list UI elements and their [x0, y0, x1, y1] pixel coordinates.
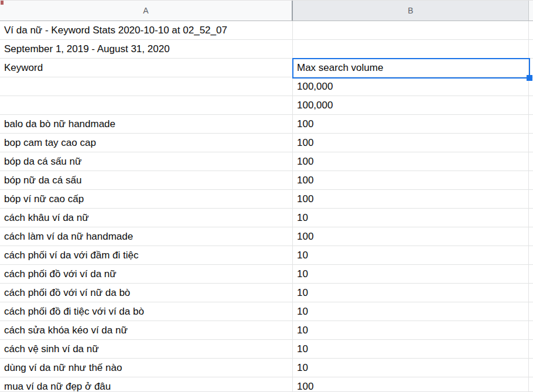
volume-cell[interactable]: 100 [293, 152, 529, 171]
keyword-cell[interactable]: dùng ví da nữ như thế nào [0, 359, 293, 377]
keyword-cell[interactable]: cách phối đồ với ví da nữ [0, 265, 293, 284]
table-row: 100,000 [0, 96, 533, 115]
volume-cell[interactable]: 10 [293, 359, 529, 377]
table-row: cách phối đồ đi tiệc với ví da bò10 [0, 302, 533, 321]
cell[interactable] [529, 284, 533, 302]
table-row: KeywordMax search volume [0, 59, 533, 77]
table-row: 100,000 [0, 77, 533, 96]
keyword-cell[interactable] [0, 77, 293, 96]
volume-cell[interactable]: 100,000 [293, 77, 529, 96]
cell[interactable] [529, 377, 533, 392]
cell[interactable] [529, 246, 533, 265]
keyword-cell[interactable]: balo da bò nữ handmade [0, 115, 293, 134]
keyword-cell[interactable]: mua ví da nữ đẹp ở đâu [0, 377, 293, 392]
cell[interactable] [529, 340, 533, 359]
table-row: cách sửa khóa kéo ví da nữ10 [0, 321, 533, 340]
volume-cell[interactable]: 10 [293, 209, 529, 227]
volume-cell[interactable] [293, 21, 529, 40]
table-row: dùng ví da nữ như thế nào10 [0, 359, 533, 377]
table-row: balo da bò nữ handmade100 [0, 115, 533, 134]
column-header-a[interactable]: A [0, 1, 293, 21]
table-row: September 1, 2019 - August 31, 2020 [0, 40, 533, 59]
table-row: bóp nữ da cá sấu100 [0, 171, 533, 190]
volume-cell[interactable]: 100 [293, 227, 529, 246]
table-row: cách khâu ví da nữ10 [0, 209, 533, 227]
volume-cell[interactable]: 10 [293, 321, 529, 340]
keyword-cell[interactable] [0, 96, 293, 115]
table-row: cách làm ví da nữ handmade100 [0, 227, 533, 246]
cell[interactable] [529, 190, 533, 209]
keyword-cell[interactable]: bop cam tay cao cap [0, 134, 293, 152]
column-header-b[interactable]: B [293, 1, 529, 21]
cell[interactable] [529, 40, 533, 59]
volume-cell[interactable]: 100 [293, 171, 529, 190]
fill-handle[interactable] [527, 75, 532, 81]
cell[interactable] [529, 171, 533, 190]
keyword-cell[interactable]: cách sửa khóa kéo ví da nữ [0, 321, 293, 340]
cell[interactable] [529, 209, 533, 227]
keyword-cell[interactable]: bóp nữ da cá sấu [0, 171, 293, 190]
keyword-cell[interactable]: cách làm ví da nữ handmade [0, 227, 293, 246]
cell[interactable] [529, 265, 533, 284]
table-row: cách phối đồ với ví nữ da bò10 [0, 284, 533, 302]
keyword-cell[interactable]: bóp da cá sấu nữ [0, 152, 293, 171]
table-row: bóp ví nữ cao cấp100 [0, 190, 533, 209]
keyword-cell[interactable]: cách phối đồ đi tiệc với ví da bò [0, 302, 293, 321]
cell[interactable] [529, 152, 533, 171]
cell[interactable] [529, 134, 533, 152]
volume-cell[interactable]: 10 [293, 265, 529, 284]
cell[interactable] [529, 321, 533, 340]
column-header-c-partial[interactable] [529, 1, 533, 21]
volume-cell selected-cell[interactable]: Max search volume [293, 59, 529, 77]
keyword-cell[interactable]: cách phối đồ với ví nữ da bò [0, 284, 293, 302]
keyword-cell[interactable]: Keyword [0, 59, 293, 77]
keyword-cell[interactable]: bóp ví nữ cao cấp [0, 190, 293, 209]
cell[interactable] [529, 96, 533, 115]
cell[interactable] [529, 21, 533, 40]
volume-cell[interactable]: 100 [293, 377, 529, 392]
table-row: cách phối ví da với đầm đi tiệc10 [0, 246, 533, 265]
volume-cell[interactable]: 10 [293, 302, 529, 321]
table-row: cách phối đồ với ví da nữ10 [0, 265, 533, 284]
keyword-cell[interactable]: cách vệ sinh ví da nữ [0, 340, 293, 359]
volume-cell[interactable]: 10 [293, 284, 529, 302]
column-header-row: A B [0, 0, 533, 21]
volume-cell[interactable] [293, 40, 529, 59]
red-corner-marker [1, 1, 4, 5]
cell[interactable] [529, 359, 533, 377]
table-row: mua ví da nữ đẹp ở đâu100 [0, 377, 533, 392]
keyword-cell[interactable]: September 1, 2019 - August 31, 2020 [0, 40, 293, 59]
table-row: cách vệ sinh ví da nữ10 [0, 340, 533, 359]
table-row: bop cam tay cao cap100 [0, 134, 533, 152]
table-row: bóp da cá sấu nữ100 [0, 152, 533, 171]
table-row: Ví da nữ - Keyword Stats 2020-10-10 at 0… [0, 21, 533, 40]
volume-cell[interactable]: 100 [293, 115, 529, 134]
volume-cell[interactable]: 100,000 [293, 96, 529, 115]
keyword-cell[interactable]: cách phối ví da với đầm đi tiệc [0, 246, 293, 265]
volume-cell[interactable]: 100 [293, 190, 529, 209]
volume-cell[interactable]: 10 [293, 340, 529, 359]
keyword-cell[interactable]: Ví da nữ - Keyword Stats 2020-10-10 at 0… [0, 21, 293, 40]
cell[interactable] [529, 227, 533, 246]
cell[interactable] [529, 115, 533, 134]
cell[interactable] [529, 302, 533, 321]
keyword-cell[interactable]: cách khâu ví da nữ [0, 209, 293, 227]
spreadsheet-grid: A B Ví da nữ - Keyword Stats 2020-10-10 … [0, 0, 533, 392]
volume-cell[interactable]: 10 [293, 246, 529, 265]
volume-cell[interactable]: 100 [293, 134, 529, 152]
